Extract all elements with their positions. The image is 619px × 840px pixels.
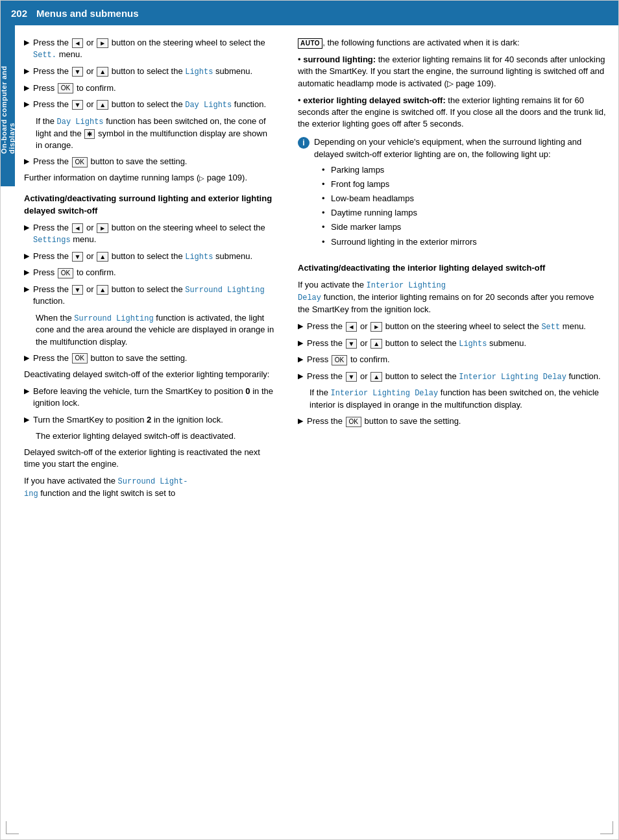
btn-up-icon: ▲ [97,67,108,77]
btn-right-icon: ► [97,223,108,233]
bullet-item: ▶ Press the ▼ or ▲ button to select the … [24,284,276,308]
bullet-item: ▶ Press OK to confirm. [24,82,276,94]
btn-down-icon: ▼ [72,100,84,110]
list-item: Front fog lamps [322,179,607,190]
btn-up-icon: ▲ [370,372,382,382]
surround-note: When the Surround Lighting function is a… [36,312,276,348]
list-item: Surround lighting in the exterior mirror… [322,236,607,248]
bullet-text: Before leaving the vehicle, turn the Sma… [33,386,276,409]
bullet-text: Press the OK button to save the setting. [33,352,276,364]
deactivate-note: The exterior lighting delayed switch-off… [36,430,276,442]
bullet-item: ▶ Press the ◄ or ► button on the steerin… [298,321,607,333]
content-area: ▶ Press the ◄ or ► button on the steerin… [15,25,618,517]
btn-up-icon: ▲ [97,100,108,110]
func-interior-delay2: Interior Lighting Delay [459,373,566,382]
func-interior-delay: Interior LightingDelay [298,281,446,303]
side-tab-blue-box [1,162,15,186]
def-exterior: • exterior lighting delayed switch-off: … [298,95,607,130]
btn-down-icon: ▼ [72,67,84,77]
page-wrapper: 202 Menus and submenus On-board computer… [0,0,619,840]
delayed-para: Delayed switch-off of the exterior light… [24,447,276,470]
bullet-arrow: ▶ [24,223,29,232]
tri-right: ▷ [199,175,204,182]
further-info: Further information on daytime running l… [24,172,276,184]
func-lights: Lights [185,253,213,262]
bullet-item: ▶ Press the OK button to save the settin… [24,156,276,167]
bullet-item: ▶ Press the OK button to save the settin… [298,415,607,427]
bullet-text: Press the ▼ or ▲ button to select the Su… [33,284,276,308]
bullet-arrow: ▶ [24,156,29,166]
btn-ok: OK [346,417,361,427]
info-box: i Depending on your vehicle's equipment,… [298,136,607,252]
bullet-text: Press the OK button to save the setting. [33,156,276,167]
bullet-text: Press the ▼ or ▲ button to select the In… [307,371,607,383]
bullet-arrow: ▶ [298,371,303,381]
corner-bl [6,821,19,834]
def-term: exterior lighting delayed switch-off: [303,95,446,105]
corner-br [600,821,613,834]
bullet-item: ▶ Press the ◄ or ► button on the steerin… [24,222,276,246]
btn-ok: OK [72,157,88,167]
func-lights2: Lights [459,340,487,349]
bullet-item: ▶ Press OK to confirm. [24,267,276,278]
btn-ok: OK [72,353,88,364]
bullet-item: ▶ Press the ▼ or ▲ button to select the … [298,371,607,383]
info-text: Depending on your vehicle's equipment, w… [314,136,607,252]
func-surround-light: Surround Light-ing [24,477,188,499]
btn-ok: OK [332,355,347,365]
auto-note: AUTO, the following functions are activa… [298,37,607,49]
section2-intro: If you activate the Interior LightingDel… [298,279,607,315]
header-title: Menus and submenus [36,8,139,19]
bullet-arrow: ▶ [298,354,303,364]
btn-down-icon: ▼ [346,372,358,382]
bullet-text: Press OK to confirm. [33,267,276,278]
info-icon: i [298,137,310,149]
btn-left-icon: ◄ [72,223,84,233]
btn-down-icon: ▼ [346,339,358,349]
func-daylights-ref: Day Lights [57,117,104,127]
list-item: Daytime running lamps [322,207,607,219]
bullet-text: Press OK to confirm. [307,354,607,365]
section1-heading: Activating/deactivating surround lightin… [24,193,276,216]
bullet-arrow: ▶ [24,66,29,76]
func-surround-ref: Surround Lighting [74,314,153,323]
bullet-item: ▶ Before leaving the vehicle, turn the S… [24,386,276,409]
def-term: surround lighting: [303,55,376,64]
snow-icon: ✱ [84,129,95,139]
func-surround: Surround Lighting [185,286,264,295]
def-surround: • surround lighting: the exterior lighti… [298,54,607,90]
bullet-arrow: ▶ [298,321,303,331]
bullet-arrow: ▶ [24,38,29,47]
bullet-text: Press the ◄ or ► button on the steering … [33,37,276,61]
bullet-text: Press OK to confirm. [33,82,276,94]
bullet-item: ▶ Press the ▼ or ▲ button to select the … [24,99,276,111]
bullet-arrow: ▶ [298,338,303,348]
bullet-text: Press the ▼ or ▲ button to select the Li… [33,66,276,78]
bullet-item: ▶ Press the OK button to save the settin… [24,352,276,364]
bullet-arrow: ▶ [298,416,303,426]
bullet-arrow: ▶ [24,415,29,425]
list-item: Low-beam headlamps [322,193,607,204]
side-tab: On-board computer and displays [1,25,15,162]
btn-ok: OK [58,83,73,93]
bullet-arrow: ▶ [24,353,29,363]
bullet-arrow: ▶ [24,83,29,93]
surround-light-para: If you have activated the Surround Light… [24,475,276,500]
bullet-text: Press the OK button to save the setting. [307,415,607,427]
dot-list: Parking lamps Front fog lamps Low-beam h… [322,164,607,248]
btn-left-icon: ◄ [72,38,84,48]
bullet-text: Press the ▼ or ▲ button to select the Li… [33,251,276,263]
func-settings: Settings [33,236,71,245]
interior-note: If the Interior Lighting Delay function … [310,387,607,411]
bullet-arrow: ▶ [24,284,29,294]
func-daylights: Day Lights [185,101,232,110]
btn-up-icon: ▲ [370,339,382,349]
btn-up-icon: ▲ [97,285,108,295]
page-number: 202 [11,8,27,19]
page-header: 202 Menus and submenus [1,1,618,25]
bullet-item: ▶ Press OK to confirm. [298,354,607,365]
bullet-item: ▶ Press the ▼ or ▲ button to select the … [24,251,276,263]
bullet-text: Press the ◄ or ► button on the steering … [307,321,607,333]
day-lights-note: If the Day Lights function has been swit… [36,116,276,151]
list-item: Side marker lamps [322,221,607,233]
